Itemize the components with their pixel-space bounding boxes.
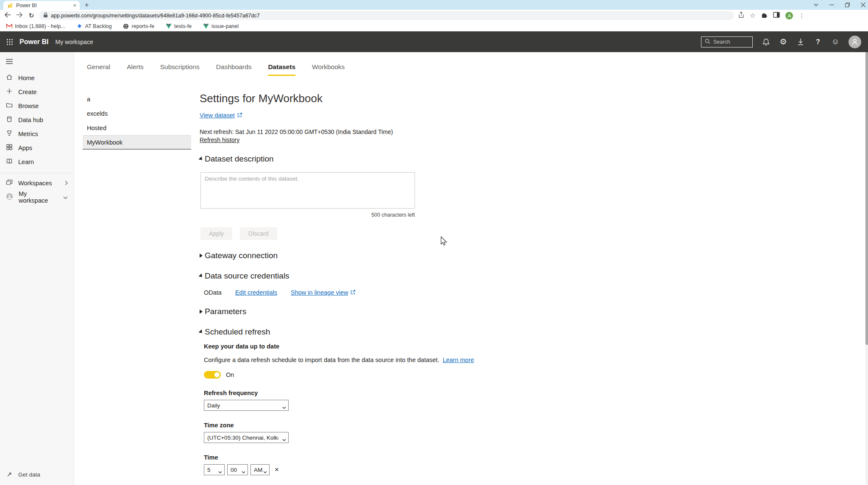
dataset-list: a excelds Hosted MyWorkbook <box>83 92 191 485</box>
bookmark-inbox[interactable]: Inbox (1,688) - help... <box>6 23 65 29</box>
download-icon[interactable] <box>796 38 805 46</box>
time-minute-value: 00 <box>231 467 237 473</box>
section-header-gateway-connection[interactable]: Gateway connection <box>200 251 700 260</box>
new-tab-button[interactable]: + <box>85 1 89 9</box>
sidebar-item-create[interactable]: Create <box>0 85 74 99</box>
get-data-button[interactable]: ↗ Get data <box>0 468 74 481</box>
tab-search-chevron-icon[interactable] <box>814 3 818 6</box>
database-icon <box>6 116 13 124</box>
section-label: Dataset description <box>205 154 274 164</box>
next-refresh-text: Next refresh: Sat Jun 11 2022 05:00:00 G… <box>200 128 700 136</box>
header-workspace-name: My workspace <box>55 39 93 45</box>
sidebar-item-browse[interactable]: Browse <box>0 99 74 113</box>
sidebar-item-metrics[interactable]: Metrics <box>0 127 74 141</box>
url-bar[interactable]: app.powerbi.com/groups/me/settings/datas… <box>39 11 734 20</box>
sidebar-divider <box>0 173 74 173</box>
section-header-data-source-credentials[interactable]: Data source credentials <box>200 271 700 281</box>
scrollbar-thumb[interactable] <box>865 52 868 345</box>
forward-icon[interactable] <box>15 12 24 20</box>
dataset-description-textarea[interactable] <box>200 172 415 209</box>
bookmark-at-backlog[interactable]: AT Backlog <box>76 23 112 29</box>
user-avatar[interactable] <box>849 36 861 48</box>
time-ampm-select[interactable]: AM <box>250 464 270 475</box>
dataset-item-a[interactable]: a <box>83 92 191 106</box>
refresh-frequency-select[interactable]: Daily <box>204 400 289 411</box>
tab-alerts[interactable]: Alerts <box>127 63 144 76</box>
search-input[interactable]: Search <box>701 36 753 47</box>
nav-sidebar: Home Create Browse Data hub Metrics Apps <box>0 52 74 485</box>
window-minimize-icon[interactable] <box>829 3 834 7</box>
section-header-dataset-description[interactable]: Dataset description <box>200 154 700 164</box>
sidebar-item-learn[interactable]: Learn <box>0 155 74 169</box>
search-icon <box>705 39 710 45</box>
tab-dashboards[interactable]: Dashboards <box>216 63 252 76</box>
sidebar-item-label: Data hub <box>18 117 43 123</box>
time-minute-select[interactable]: 00 <box>227 464 248 475</box>
sidebar-item-label: Metrics <box>18 131 38 137</box>
bookmark-reports-fe[interactable]: reports-fe <box>123 23 155 29</box>
dataset-item-excelds[interactable]: excelds <box>83 106 191 121</box>
back-icon[interactable] <box>3 12 12 20</box>
workspaces-icon <box>6 179 13 187</box>
scheduled-refresh-toggle[interactable] <box>204 371 221 379</box>
tab-datasets[interactable]: Datasets <box>268 63 295 76</box>
arrow-up-right-icon: ↗ <box>6 471 13 478</box>
reload-icon[interactable]: ↻ <box>27 12 36 20</box>
dataset-item-myworkbook[interactable]: MyWorkbook <box>83 135 191 150</box>
brand-logo[interactable]: Power BI <box>19 38 48 46</box>
tab-workbooks[interactable]: Workbooks <box>312 63 345 76</box>
toggle-knob <box>214 372 220 377</box>
bookmark-star-icon[interactable]: ☆ <box>750 12 755 20</box>
sidebar-item-data-hub[interactable]: Data hub <box>0 113 74 127</box>
chevron-down-icon <box>282 404 286 410</box>
feedback-smiley-icon[interactable]: ☺ <box>831 38 840 46</box>
sidebar-item-home[interactable]: Home <box>0 71 74 85</box>
tab-close-icon[interactable]: × <box>73 3 76 8</box>
refresh-history-link[interactable]: Refresh history <box>200 137 239 143</box>
lock-icon <box>43 12 48 19</box>
window-close-icon[interactable] <box>861 3 865 7</box>
notifications-bell-icon[interactable] <box>762 38 770 46</box>
show-in-lineage-view-link[interactable]: Show in lineage view <box>291 289 348 296</box>
help-icon[interactable]: ? <box>814 38 822 46</box>
nav-collapse-hamburger-icon[interactable] <box>0 56 74 71</box>
learn-more-link[interactable]: Learn more <box>442 357 474 363</box>
workspace-avatar-icon <box>6 193 13 201</box>
description-apply-button[interactable]: Apply <box>200 227 232 240</box>
view-dataset-link[interactable]: View dataset <box>200 112 235 119</box>
settings-gear-icon[interactable]: ⚙ <box>779 38 787 46</box>
sidebar-item-workspaces[interactable]: Workspaces <box>0 176 74 190</box>
credential-source-name: OData <box>204 289 222 296</box>
chrome-profile-avatar[interactable]: A <box>785 12 793 20</box>
configure-schedule-text: Configure a data refresh schedule to imp… <box>204 357 439 363</box>
chrome-menu-kebab-icon[interactable]: ⋮ <box>798 12 804 19</box>
section-dataset-description: Dataset description 500 characters left … <box>200 154 700 240</box>
url-text: app.powerbi.com/groups/me/settings/datas… <box>51 13 260 19</box>
bookmark-issue-panel[interactable]: issue-panel <box>203 23 239 29</box>
plus-icon <box>6 88 13 96</box>
section-header-parameters[interactable]: Parameters <box>200 307 700 316</box>
remove-time-x-icon[interactable]: × <box>275 465 279 474</box>
bookmark-tests-fe[interactable]: tests-fe <box>165 23 192 29</box>
browser-tab[interactable]: Power BI × <box>3 1 80 10</box>
section-label: Data source credentials <box>205 271 289 281</box>
description-discard-button[interactable]: Discard <box>240 227 277 240</box>
sidebar-item-my-workspace[interactable]: My workspace <box>0 190 74 204</box>
time-zone-label: Time zone <box>204 422 700 429</box>
sidebar-item-apps[interactable]: Apps <box>0 141 74 155</box>
section-header-scheduled-refresh[interactable]: Scheduled refresh <box>200 327 700 337</box>
app-launcher-waffle-icon[interactable] <box>4 36 15 47</box>
share-icon[interactable] <box>737 11 744 20</box>
tab-general[interactable]: General <box>87 63 110 76</box>
side-panel-icon[interactable] <box>773 11 780 20</box>
window-restore-icon[interactable] <box>845 3 850 7</box>
dataset-item-hosted[interactable]: Hosted <box>83 121 191 135</box>
extensions-puzzle-icon[interactable] <box>761 11 768 20</box>
time-zone-select[interactable]: (UTC+05:30) Chennai, Kolkata, Mumbai, Ne… <box>204 432 289 443</box>
globe-icon <box>123 23 129 29</box>
edit-credentials-link[interactable]: Edit credentials <box>235 289 277 296</box>
time-hour-select[interactable]: 5 <box>204 464 225 475</box>
tab-subscriptions[interactable]: Subscriptions <box>160 63 200 76</box>
page-scrollbar[interactable] <box>865 52 868 485</box>
bookmark-label: issue-panel <box>211 23 239 29</box>
